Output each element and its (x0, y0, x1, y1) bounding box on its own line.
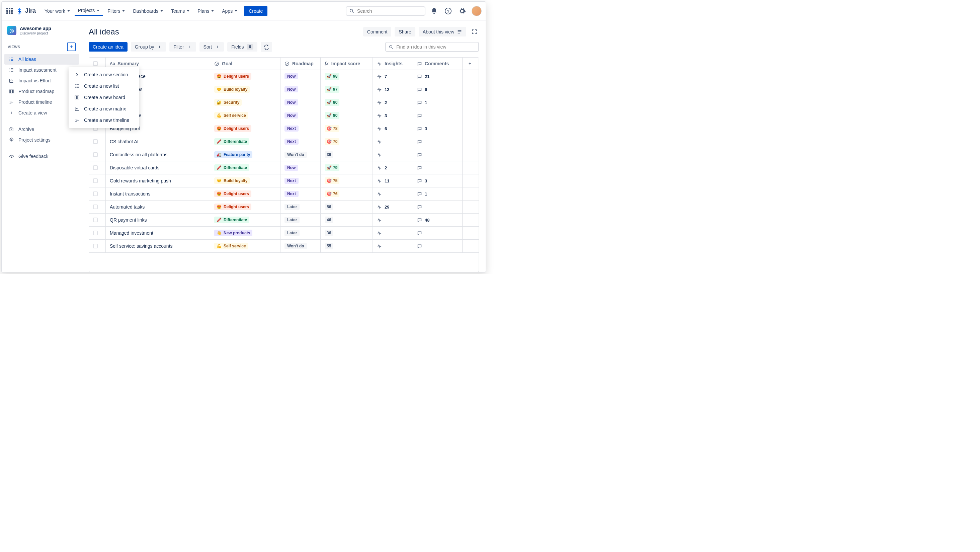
sidebar-view-all-ideas[interactable]: All ideas (4, 54, 79, 65)
cell-goal[interactable]: 🔐Security (210, 96, 280, 109)
project-settings-item[interactable]: Project settings (4, 135, 79, 145)
col-goal[interactable]: Goal (210, 57, 280, 70)
project-header[interactable]: ◎ Awesome app Discovery project (4, 26, 79, 40)
cell-summary[interactable]: QR payment links (106, 213, 210, 226)
row-checkbox[interactable] (93, 139, 98, 144)
table-row[interactable]: …user interface 😍Delight users Now 🚀98 7… (89, 70, 479, 83)
cell-roadmap[interactable]: Later (280, 213, 321, 226)
create-button[interactable]: Create (244, 6, 267, 16)
col-impact[interactable]: fxImpact score (321, 57, 373, 70)
col-roadmap[interactable]: Roadmap (280, 57, 321, 70)
nav-projects[interactable]: Projects (75, 6, 103, 16)
global-search[interactable] (346, 6, 425, 16)
cell-roadmap[interactable]: Next (280, 122, 321, 135)
nav-your-work[interactable]: Your work (41, 6, 73, 16)
cell-roadmap[interactable]: Won't do (280, 148, 321, 161)
cell-impact[interactable]: 🎯78 (321, 122, 373, 135)
table-row[interactable]: QR payment links 🖍️Differentiate Later 4… (89, 213, 479, 227)
cell-roadmap[interactable]: Now (280, 83, 321, 96)
about-view-button[interactable]: About this view (419, 27, 466, 37)
table-row[interactable]: Budgeting tool 😍Delight users Next 🎯78 6… (89, 122, 479, 135)
jira-logo[interactable]: Jira (16, 7, 36, 15)
global-search-input[interactable] (357, 8, 422, 14)
cell-summary[interactable]: Contactless on all platforms (106, 148, 210, 161)
find-idea-input[interactable] (396, 44, 476, 49)
settings-icon[interactable] (458, 6, 467, 16)
cell-insights[interactable] (373, 227, 413, 239)
row-checkbox[interactable] (93, 218, 98, 222)
cell-summary[interactable]: Disposable virtual cards (106, 161, 210, 174)
cell-insights[interactable]: 2 (373, 161, 413, 174)
archive-item[interactable]: Archive (4, 124, 79, 135)
row-checkbox[interactable] (93, 165, 98, 170)
cell-roadmap[interactable]: Next (280, 135, 321, 148)
cell-roadmap[interactable]: Now (280, 70, 321, 83)
cell-roadmap[interactable]: Now (280, 109, 321, 122)
table-row[interactable]: Disposable virtual cards 🖍️Differentiate… (89, 161, 479, 174)
cell-insights[interactable]: 3 (373, 109, 413, 122)
cell-comments[interactable] (413, 148, 463, 161)
table-row[interactable]: Gold rewards marketing push 🤝Build loyal… (89, 174, 479, 188)
cell-insights[interactable]: 11 (373, 174, 413, 187)
cell-impact[interactable]: 🎯75 (321, 174, 373, 187)
cell-summary[interactable]: CS chatbot AI (106, 135, 210, 148)
table-row[interactable]: …experiences 🤝Build loyalty Now 🚀97 12 6 (89, 83, 479, 96)
create-view-item[interactable]: + Create a view (4, 107, 79, 118)
cell-goal[interactable]: 🤝Build loyalty (210, 83, 280, 96)
nav-plans[interactable]: Plans (194, 6, 217, 16)
nav-filters[interactable]: Filters (104, 6, 128, 16)
cell-roadmap[interactable]: Later (280, 200, 321, 213)
table-row[interactable]: …e insurance 💪Self service Now 🚀80 3 (89, 109, 479, 122)
cell-impact[interactable]: 55 (321, 240, 373, 252)
cell-roadmap[interactable]: Later (280, 227, 321, 239)
cell-summary[interactable]: Self service: savings accounts (106, 240, 210, 252)
cell-goal[interactable]: 😍Delight users (210, 188, 280, 200)
cell-goal[interactable]: 🖍️Differentiate (210, 161, 280, 174)
nav-teams[interactable]: Teams (168, 6, 193, 16)
cell-goal[interactable]: 💪Self service (210, 109, 280, 122)
cell-impact[interactable]: 🎯76 (321, 188, 373, 200)
cell-summary[interactable]: Managed investment (106, 227, 210, 239)
cell-insights[interactable]: 29 (373, 200, 413, 213)
cell-roadmap[interactable]: Next (280, 174, 321, 187)
comment-button[interactable]: Comment (363, 27, 391, 37)
cell-comments[interactable] (413, 240, 463, 252)
cell-impact[interactable]: 🚀98 (321, 70, 373, 83)
cell-comments[interactable] (413, 109, 463, 122)
cell-insights[interactable]: 6 (373, 122, 413, 135)
table-row[interactable]: Instant transactions 😍Delight users Next… (89, 188, 479, 200)
cell-goal[interactable]: 💪Self service (210, 240, 280, 252)
add-column-button[interactable]: + (463, 57, 477, 70)
cell-impact[interactable]: 🚀79 (321, 161, 373, 174)
row-checkbox[interactable] (93, 244, 98, 248)
cell-comments[interactable]: 3 (413, 174, 463, 187)
cell-roadmap[interactable]: Won't do (280, 240, 321, 252)
cell-insights[interactable] (373, 135, 413, 148)
row-checkbox[interactable] (93, 191, 98, 196)
cell-impact[interactable]: 46 (321, 213, 373, 226)
cell-comments[interactable] (413, 161, 463, 174)
row-checkbox[interactable] (93, 152, 98, 157)
notifications-icon[interactable] (430, 6, 439, 16)
cell-comments[interactable] (413, 135, 463, 148)
table-row[interactable]: Contactless on all platforms 🚛Feature pa… (89, 148, 479, 161)
sidebar-view-impact-vs-effort[interactable]: Impact vs Effort (4, 75, 79, 86)
add-view-button[interactable]: + (67, 43, 76, 51)
col-comments[interactable]: Comments (413, 57, 463, 70)
table-row[interactable]: Self service: savings accounts 💪Self ser… (89, 240, 479, 253)
nav-dashboards[interactable]: Dashboards (129, 6, 166, 16)
cell-insights[interactable]: 2 (373, 96, 413, 109)
nav-apps[interactable]: Apps (218, 6, 241, 16)
cell-comments[interactable]: 48 (413, 213, 463, 226)
table-row[interactable]: Managed investment 👋New products Later 3… (89, 227, 479, 240)
cell-summary[interactable]: Instant transactions (106, 188, 210, 200)
col-insights[interactable]: Insights (373, 57, 413, 70)
dd-create-a-new-list[interactable]: Create a new list (68, 80, 139, 92)
create-idea-button[interactable]: Create an idea (89, 42, 127, 52)
cell-goal[interactable]: 😍Delight users (210, 122, 280, 135)
cell-insights[interactable] (373, 213, 413, 226)
cell-goal[interactable]: 🖍️Differentiate (210, 135, 280, 148)
sidebar-view-product-roadmap[interactable]: Product roadmap (4, 86, 79, 97)
cell-goal[interactable]: 🖍️Differentiate (210, 213, 280, 226)
cell-goal[interactable]: 🚛Feature parity (210, 148, 280, 161)
